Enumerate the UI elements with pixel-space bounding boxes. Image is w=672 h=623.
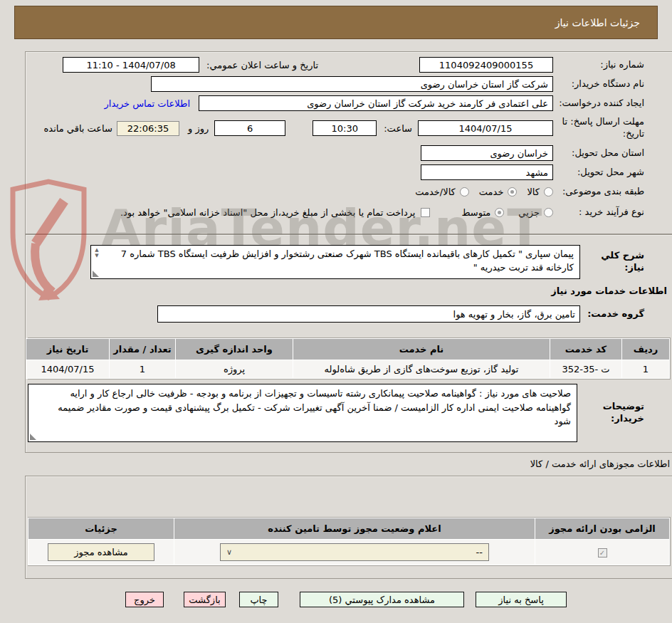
col-header-license-required: الزامی بودن ارائه مجوز xyxy=(535,518,669,539)
col-header-license-details: جزئیات xyxy=(28,518,174,539)
resize-grip-icon[interactable] xyxy=(30,434,36,440)
general-info-panel: شماره نیاز: 1104092409000155 تاریخ و ساع… xyxy=(25,51,672,234)
cell-quantity: 1 xyxy=(110,360,175,378)
licenses-table-header-row: الزامی بودن ارائه مجوز اعلام وضعیت مجوز … xyxy=(28,518,669,539)
need-desc-textarea[interactable]: پیمان سپاری " تکمیل کارهای باقیمانده ایس… xyxy=(90,245,580,279)
col-header-quantity: تعداد / مقدار xyxy=(110,339,175,360)
buyer-org-field[interactable]: شرکت گاز استان خراسان رضوی xyxy=(151,76,553,92)
announce-datetime-field[interactable]: 1404/07/08 - 11:10 xyxy=(63,57,199,73)
services-table-header-row: ردیف کد خدمت نام خدمت واحد اندازه گیری ت… xyxy=(26,339,669,360)
radio-option-minor[interactable]: جزیي xyxy=(518,207,553,218)
table-row: -- ∨ مشاهده مجوز xyxy=(28,540,669,565)
need-number-field[interactable]: 1104092409000155 xyxy=(419,57,553,73)
buyer-org-label: نام دستگاه خریدار: xyxy=(553,78,644,90)
cell-license-status: -- ∨ xyxy=(174,540,535,565)
process-type-label: نوع فرآیند خرید : xyxy=(553,206,644,219)
back-button[interactable]: بازگشت xyxy=(184,592,226,607)
licenses-table: الزامی بودن ارائه مجوز اعلام وضعیت مجوز … xyxy=(28,517,671,566)
buyer-notes-label: توضیحات خریدار: xyxy=(580,401,644,425)
radio-icon[interactable] xyxy=(544,187,553,197)
time-remaining-label: ساعت باقي مانده xyxy=(44,123,112,134)
treasury-checkbox[interactable] xyxy=(421,208,430,217)
buyer-notes-row: توضیحات خریدار: صلاحیت های مورد نیاز : گ… xyxy=(31,384,644,442)
service-group-label: گروه خدمت: xyxy=(580,308,644,320)
col-header-row-index: ردیف xyxy=(622,339,669,360)
radio-icon[interactable] xyxy=(544,208,553,217)
col-header-need-date: تاریخ نیاز xyxy=(26,339,109,360)
license-status-select[interactable]: -- ∨ xyxy=(220,543,489,561)
treasury-note: پرداخت تمام یا بخشی از مبلغ خرید،از محل … xyxy=(120,207,416,218)
page-title: جزئیات اطلاعات نیاز xyxy=(555,17,640,28)
subject-class-label: طبقه بندی موضوعی: xyxy=(553,186,644,198)
request-creator-field[interactable]: علی اعتمادی فر کارمند خرید شرکت گاز استا… xyxy=(199,95,553,111)
cell-license-required xyxy=(535,540,669,565)
chevron-down-icon: ∨ xyxy=(226,548,232,556)
delivery-city-label: شهر محل تحویل: xyxy=(553,167,644,179)
col-header-service-name: نام خدمت xyxy=(293,339,550,360)
cell-service-name: تولید گاز، توزیع سوخت‌های گازی از طریق ش… xyxy=(293,360,550,378)
buyer-notes-textarea[interactable]: صلاحیت های مورد نیاز : گواهینامه صلاحیت … xyxy=(28,384,577,442)
services-section-heading: اطلاعات خدمات مورد نیاز xyxy=(551,286,667,296)
license-status-value: -- xyxy=(476,547,483,557)
need-desc-label: شرح کلي نیاز: xyxy=(580,250,644,274)
licenses-section-heading: اطلاعات مجوزهای ارائه خدمت / کالا xyxy=(530,459,670,469)
radio-option-service[interactable]: خدمت xyxy=(479,187,518,197)
radio-option-goods[interactable]: کالا xyxy=(527,187,553,197)
delivery-province-row: استان محل تحویل: خراسان رضوی xyxy=(31,145,644,162)
cell-row-index: 1 xyxy=(622,360,669,378)
radio-option-medium[interactable]: متوسط xyxy=(461,207,504,218)
need-number-label: شماره نیاز: xyxy=(553,59,644,71)
cell-unit: پروژه xyxy=(176,360,293,378)
resize-grip-icon[interactable] xyxy=(93,271,99,277)
time-remaining-countdown: 22:06:35 xyxy=(117,121,179,136)
cell-license-details: مشاهده مجوز xyxy=(28,540,174,565)
service-group-row: گروه خدمت: تامین برق، گاز، بخار و تهویه … xyxy=(31,305,644,323)
reply-deadline-time-field[interactable]: 10:30 xyxy=(313,120,377,136)
radio-selected-icon[interactable] xyxy=(508,187,517,197)
delivery-province-label: استان محل تحویل: xyxy=(553,147,644,159)
cell-need-date: 1404/07/15 xyxy=(26,360,109,378)
request-creator-label: ایجاد کننده درخواست: xyxy=(553,98,644,110)
view-attachments-button[interactable]: مشاهده مدارک پیوستي (5) xyxy=(300,592,464,607)
exit-button[interactable]: خروج xyxy=(125,592,164,607)
services-table-grid: ردیف کد خدمت نام خدمت واحد اندازه گیری ت… xyxy=(26,338,670,379)
scrollbar-arrows-icon[interactable]: ▲▼ xyxy=(93,247,101,258)
delivery-city-field[interactable]: مشهد xyxy=(421,164,553,180)
process-type-row: نوع فرآیند خرید : جزیي متوسط پرداخت تمام… xyxy=(31,203,644,221)
col-header-service-code: کد خدمت xyxy=(550,339,621,360)
services-table: ردیف کد خدمت نام خدمت واحد اندازه گیری ت… xyxy=(28,337,671,379)
radio-selected-icon[interactable] xyxy=(495,208,504,217)
need-desc-row: شرح کلي نیاز: پیمان سپاری " تکمیل کارهای… xyxy=(31,245,644,279)
days-and-label: روز و xyxy=(188,123,209,134)
footer-button-bar: پاسخ به نیاز مشاهده مدارک پیوستي (5) چاپ… xyxy=(125,592,567,607)
cell-service-code: 352-35- ت xyxy=(550,360,621,378)
radio-option-goods-service[interactable]: کالا/خدمت xyxy=(415,187,469,197)
page-title-bar: جزئیات اطلاعات نیاز xyxy=(14,6,658,39)
col-header-unit: واحد اندازه گیری xyxy=(176,339,293,360)
col-header-license-status: اعلام وضعیت مجوز توسط تامین کننده xyxy=(174,518,535,539)
days-remaining-field[interactable]: 6 xyxy=(214,120,285,136)
services-panel: شرح کلي نیاز: پیمان سپاری " تکمیل کارهای… xyxy=(25,234,672,453)
delivery-city-row: شهر محل تحویل: مشهد xyxy=(31,164,644,181)
need-number-row: شماره نیاز: 1104092409000155 تاریخ و ساع… xyxy=(31,56,644,73)
print-button[interactable]: چاپ xyxy=(239,592,278,607)
radio-icon[interactable] xyxy=(460,187,469,197)
reply-deadline-date-field[interactable]: 1404/07/15 xyxy=(418,120,553,136)
table-row: 1 352-35- ت تولید گاز، توزیع سوخت‌های گا… xyxy=(26,360,669,378)
licenses-table-grid: الزامی بودن ارائه مجوز اعلام وضعیت مجوز … xyxy=(28,518,670,565)
view-license-button[interactable]: مشاهده مجوز xyxy=(48,543,154,561)
respond-to-need-button[interactable]: پاسخ به نیاز xyxy=(476,592,567,607)
announce-datetime-label: تاریخ و ساعت اعلان عمومي: xyxy=(206,60,318,70)
buyer-org-row: نام دستگاه خریدار: شرکت گاز استان خراسان… xyxy=(31,75,644,93)
subject-class-row: طبقه بندی موضوعی: کالا خدمت کالا/خدمت xyxy=(31,183,644,200)
request-creator-row: ایجاد کننده درخواست: علی اعتمادی فر کارم… xyxy=(31,95,644,112)
hour-label: ساعت: xyxy=(384,123,412,134)
reply-deadline-label: مهلت ارسال پاسخ: تا تاریخ: xyxy=(553,116,644,140)
licenses-panel: الزامی بودن ارائه مجوز اعلام وضعیت مجوز … xyxy=(25,476,672,579)
reply-deadline-row: مهلت ارسال پاسخ: تا تاریخ: 1404/07/15 سا… xyxy=(31,113,644,143)
license-required-checkbox[interactable] xyxy=(598,548,607,557)
delivery-province-field[interactable]: خراسان رضوی xyxy=(421,145,553,161)
service-group-field[interactable]: تامین برق، گاز، بخار و تهویه هوا xyxy=(157,305,580,323)
buyer-contact-link[interactable]: اطلاعات تماس خریدار xyxy=(105,98,190,109)
